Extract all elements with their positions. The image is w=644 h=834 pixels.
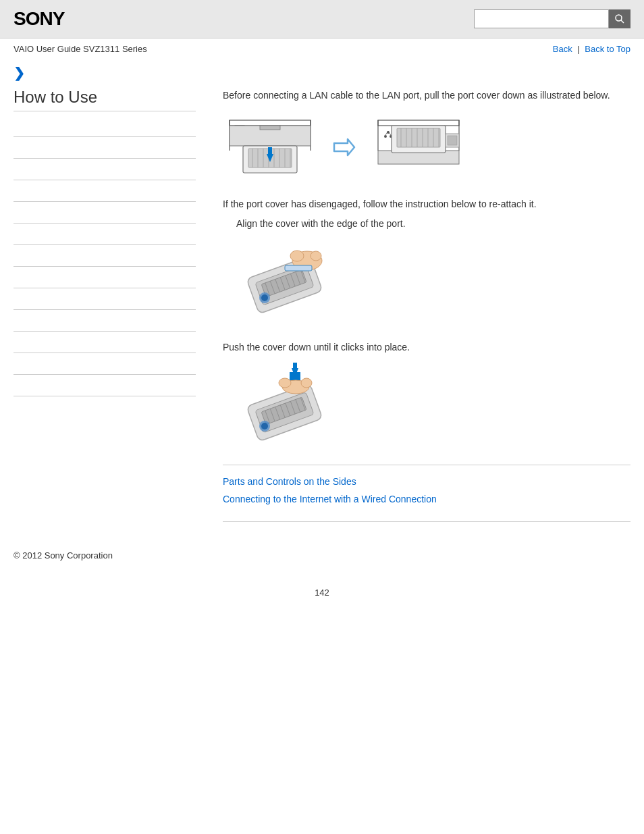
svg-point-59 (290, 251, 304, 261)
main-container: How to Use Before connecting a LAN cable… (0, 88, 644, 530)
svg-point-29 (384, 135, 387, 138)
svg-point-79 (279, 378, 291, 388)
svg-rect-26 (378, 120, 459, 126)
header: SONY (0, 0, 644, 38)
breadcrumb-arrow: ❯ (0, 65, 644, 81)
search-input[interactable] (474, 9, 609, 28)
svg-point-80 (301, 378, 312, 388)
svg-point-0 (616, 15, 622, 21)
step2-text: Push the cover down until it clicks into… (223, 340, 630, 355)
nav-links: Back | Back to Top (553, 44, 630, 54)
svg-point-63 (261, 294, 268, 301)
sidebar: How to Use (14, 88, 209, 530)
svg-rect-36 (397, 128, 440, 147)
list-item (14, 202, 196, 224)
back-to-top-link[interactable]: Back to Top (585, 44, 630, 54)
align-cover-illustration (236, 237, 344, 325)
nav-separator: | (577, 44, 579, 54)
list-item (14, 159, 196, 180)
step1-sub-text: Align the cover with the edge of the por… (236, 218, 630, 229)
svg-marker-25 (334, 139, 354, 155)
list-item (14, 288, 196, 310)
nav-bar: VAIO User Guide SVZ1311 Series Back | Ba… (0, 38, 644, 59)
svg-rect-12 (260, 126, 280, 130)
illustration-align (236, 237, 630, 327)
svg-rect-24 (268, 147, 272, 155)
list-item (14, 180, 196, 202)
lan-diagram (223, 113, 630, 181)
content-area: Before connecting a LAN cable to the LAN… (209, 88, 630, 530)
list-item (14, 224, 196, 245)
svg-rect-61 (285, 265, 312, 271)
parts-controls-link[interactable]: Parts and Controls on the Sides (223, 473, 630, 490)
svg-point-60 (311, 251, 321, 261)
svg-rect-46 (448, 136, 457, 145)
copyright: © 2012 Sony Corporation (0, 530, 644, 574)
list-item (14, 310, 196, 332)
arrow-right-icon (331, 134, 358, 161)
list-item (14, 353, 196, 375)
list-item (14, 137, 196, 159)
step1-text: If the port cover has disengaged, follow… (223, 197, 630, 211)
svg-line-1 (621, 20, 624, 23)
list-item (14, 115, 196, 137)
illustration-push (236, 361, 630, 451)
footer-links: Parts and Controls on the Sides Connecti… (223, 473, 630, 507)
intro-text: Before connecting a LAN cable to the LAN… (223, 88, 630, 103)
list-item (14, 267, 196, 288)
svg-rect-77 (293, 363, 297, 369)
back-link[interactable]: Back (553, 44, 572, 54)
search-area (474, 9, 630, 28)
lan-port-closed-diagram (223, 113, 317, 181)
lan-port-open-diagram (371, 113, 466, 181)
svg-rect-2 (230, 120, 311, 126)
push-cover-illustration (236, 361, 344, 449)
search-button[interactable] (609, 9, 630, 28)
sidebar-title: How to Use (14, 88, 196, 111)
search-icon (614, 14, 625, 24)
svg-point-82 (261, 423, 268, 429)
divider-top (223, 465, 630, 465)
divider-bottom (223, 521, 630, 522)
guide-title: VAIO User Guide SVZ1311 Series (14, 44, 147, 54)
list-item (14, 375, 196, 396)
page-number: 142 (0, 574, 644, 611)
internet-connection-link[interactable]: Connecting to the Internet with a Wired … (223, 491, 630, 508)
sony-logo: SONY (14, 8, 64, 30)
copyright-text: © 2012 Sony Corporation (14, 550, 113, 561)
list-item (14, 332, 196, 353)
list-item (14, 245, 196, 267)
